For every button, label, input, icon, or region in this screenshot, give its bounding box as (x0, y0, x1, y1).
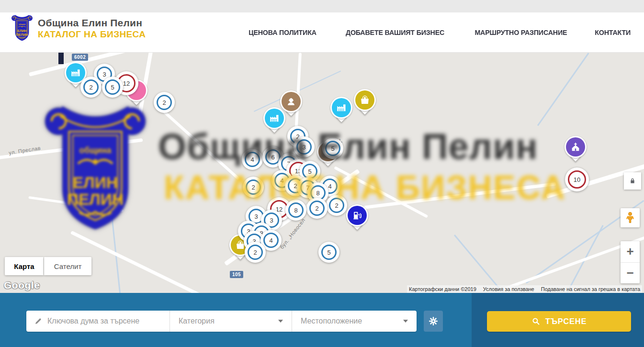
google-logo[interactable]: Google (4, 280, 40, 291)
map-canvas[interactable]: 321252235467135242748221283338342510 Общ… (0, 53, 644, 293)
cluster-count: 5 (308, 168, 311, 175)
main-nav: ЦЕНОВА ПОЛИТИКА ДОБАВЕТЕ ВАШИЯТ БИЗНЕС М… (246, 12, 632, 53)
cluster-count: 4 (269, 237, 272, 244)
watermark-title: Община Елин Пелин (158, 125, 538, 167)
factory-icon (336, 102, 347, 113)
fuel-marker[interactable] (346, 204, 369, 233)
cluster-count: 4 (280, 177, 283, 184)
fullscreen-lock-button[interactable] (624, 172, 641, 190)
cluster-count: 2 (315, 205, 318, 212)
cluster-marker[interactable]: 2 (80, 77, 102, 98)
factory-icon (70, 67, 81, 78)
pencil-icon (34, 317, 43, 325)
cluster-marker[interactable]: 5 (102, 77, 123, 98)
nav-route-schedule-link[interactable]: МАРШРУТНО РАЗПИСАНИЕ (475, 28, 567, 37)
cluster-marker[interactable]: 5 (318, 242, 339, 263)
category-select-value: Категория (179, 317, 215, 325)
search-bar: Категория Местоположение ТЪРСЕНЕ (0, 293, 644, 347)
gear-icon (428, 316, 439, 326)
cluster-marker[interactable]: 8 (285, 200, 306, 221)
cluster-count: 12 (123, 80, 130, 87)
cluster-count: 3 (302, 144, 305, 151)
map-type-satellite-button[interactable]: Сателит (44, 257, 91, 275)
cluster-count: 5 (327, 249, 330, 256)
cluster-count: 3 (102, 71, 106, 78)
cluster-marker[interactable]: 10 (565, 168, 589, 191)
cluster-count: 2 (335, 202, 338, 209)
map-clipped-label (58, 53, 64, 64)
map-data-copyright: Картографски данни ©2019 (409, 286, 476, 292)
map-type-control: Карта Сателит (5, 257, 91, 275)
advanced-settings-button[interactable] (424, 311, 443, 332)
cluster-count: 3 (270, 217, 273, 224)
fuel-icon (352, 210, 362, 221)
search-field-group: Категория Местоположение (26, 311, 417, 332)
zoom-out-button[interactable]: − (621, 263, 640, 284)
location-select-value: Местоположение (301, 317, 362, 325)
cluster-marker[interactable]: 2 (245, 242, 266, 263)
watermark-subtitle: КАТАЛОГ НА БИЗНЕСА (164, 168, 566, 207)
search-button[interactable]: ТЪРСЕНЕ (487, 311, 631, 332)
cluster-count: 6 (271, 154, 274, 161)
map-water-line (537, 53, 589, 126)
church-icon (570, 142, 581, 152)
lock-icon (629, 177, 636, 185)
cluster-count: 5 (111, 84, 114, 91)
site-logo[interactable]: Община Елин Пелин КАТАЛОГ НА БИЗНЕСА (11, 14, 146, 43)
street-view-pegman-button[interactable] (621, 208, 640, 227)
municipality-crest-icon (11, 14, 34, 43)
cluster-count: 10 (574, 176, 580, 183)
search-button-label: ТЪРСЕНЕ (545, 317, 587, 326)
cluster-count: 4 (250, 156, 254, 163)
cluster-count: 2 (251, 184, 255, 191)
watermark-crest (41, 102, 150, 237)
zoom-control: + − (621, 241, 640, 283)
search-icon (531, 317, 541, 326)
report-error-link[interactable]: Подаване на сигнал за грешка в картата (541, 286, 640, 292)
site-subtitle: КАТАЛОГ НА БИЗНЕСА (38, 29, 146, 40)
cluster-count: 2 (89, 84, 92, 91)
keyword-field-cell (26, 311, 170, 332)
map-water-line (109, 197, 126, 293)
bag-marker[interactable] (353, 89, 376, 118)
cluster-marker[interactable]: 2 (306, 198, 328, 219)
map-road (156, 104, 240, 180)
worker-icon (286, 96, 296, 107)
keyword-search-input[interactable] (47, 317, 167, 325)
cluster-marker[interactable]: 2 (326, 195, 347, 216)
top-strip (0, 0, 644, 12)
nav-contacts-link[interactable]: КОНТАКТИ (595, 28, 631, 37)
zoom-in-button[interactable]: + (621, 241, 640, 263)
map-road (364, 182, 556, 209)
cluster-marker[interactable]: 3 (294, 136, 315, 157)
factory-icon (269, 113, 280, 123)
church-marker[interactable] (564, 136, 587, 165)
road-number-badge: 105 (230, 271, 243, 278)
cluster-count: 8 (316, 190, 319, 197)
factory-marker[interactable] (263, 107, 286, 136)
road-number-badge: 6002 (72, 54, 88, 61)
cluster-count: 3 (254, 213, 258, 220)
location-select[interactable]: Местоположение (292, 311, 417, 332)
cluster-marker[interactable]: 4 (242, 149, 263, 170)
cluster-count: 2 (162, 99, 166, 106)
cluster-marker[interactable]: 5 (322, 138, 343, 159)
nav-add-business-link[interactable]: ДОБАВЕТЕ ВАШИЯТ БИЗНЕС (346, 28, 444, 37)
cluster-count: 8 (294, 207, 297, 214)
chevron-down-icon (278, 320, 283, 323)
pegman-icon (624, 212, 636, 224)
cluster-marker[interactable]: 2 (243, 177, 264, 198)
bag-icon (360, 95, 370, 105)
map-type-map-button[interactable]: Карта (5, 257, 44, 275)
cluster-marker[interactable]: 2 (154, 92, 175, 113)
factory-marker[interactable] (330, 97, 353, 125)
terms-link[interactable]: Условия за ползване (483, 286, 534, 292)
cluster-count: 4 (328, 183, 331, 190)
site-title: Община Елин Пелин (38, 17, 146, 29)
nav-pricing-link[interactable]: ЦЕНОВА ПОЛИТИКА (249, 28, 316, 37)
map-attribution: Картографски данни ©2019 Условия за полз… (407, 285, 642, 293)
header: Община Елин Пелин КАТАЛОГ НА БИЗНЕСА ЦЕН… (0, 12, 644, 53)
category-select[interactable]: Категория (170, 311, 292, 332)
cluster-count: 2 (253, 249, 257, 256)
chevron-down-icon (403, 320, 408, 323)
